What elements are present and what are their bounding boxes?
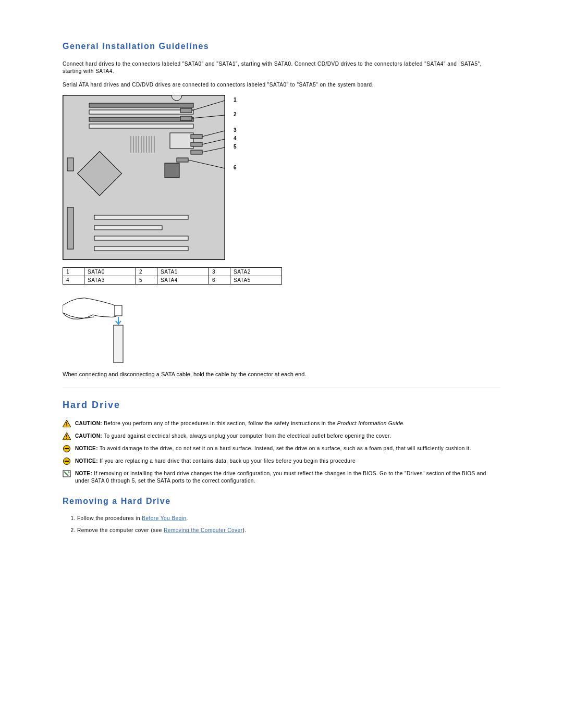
svg-rect-3: [89, 117, 193, 121]
cell-val: SATA5: [230, 276, 282, 285]
cell-num: 2: [136, 268, 157, 276]
cell-val: SATA1: [157, 268, 209, 276]
note-row: NOTE: If removing or installing the hard…: [63, 470, 500, 484]
svg-rect-38: [114, 325, 123, 363]
svg-text:!: !: [66, 434, 67, 440]
figure-motherboard-image: [63, 95, 225, 260]
notice-icon: [63, 445, 71, 452]
cell-val: SATA2: [230, 268, 282, 276]
svg-rect-8: [191, 134, 202, 139]
paragraph-connect-drives: Connect hard drives to the connectors la…: [63, 60, 500, 75]
paragraph-cable-handling: When connecting and disconnecting a SATA…: [63, 371, 500, 378]
paragraph-serial-ata: Serial ATA hard drives and CD/DVD drives…: [63, 81, 500, 89]
svg-rect-2: [89, 110, 193, 114]
svg-rect-7: [180, 116, 192, 120]
link-removing-computer-cover[interactable]: Removing the Computer Cover: [164, 527, 242, 533]
mb-label-6: 6: [234, 165, 237, 170]
caution-row: ! CAUTION: To guard against electrical s…: [63, 433, 500, 440]
svg-rect-13: [165, 163, 179, 178]
cell-num: 6: [209, 276, 230, 285]
cell-num: 5: [136, 276, 157, 285]
svg-text:!: !: [66, 422, 67, 427]
cell-num: 1: [63, 268, 84, 276]
cell-val: SATA0: [84, 268, 136, 276]
notice-text: NOTICE: To avoid damage to the drive, do…: [75, 445, 471, 452]
caution-text: CAUTION: Before you perform any of the p…: [75, 420, 405, 427]
svg-rect-1: [89, 103, 193, 107]
heading-removing-hard-drive: Removing a Hard Drive: [63, 497, 500, 506]
svg-rect-14: [94, 215, 188, 219]
mb-label-1: 1: [234, 97, 237, 103]
sata-connector-table: 1 SATA0 2 SATA1 3 SATA2 4 SATA3 5 SATA4 …: [63, 267, 282, 285]
svg-rect-9: [191, 142, 202, 146]
svg-rect-6: [180, 108, 192, 113]
table-row: 1 SATA0 2 SATA1 3 SATA2: [63, 268, 282, 276]
hand-holding-connector-illustration: [63, 290, 130, 365]
note-icon: [63, 470, 71, 477]
heading-hard-drive: Hard Drive: [63, 400, 500, 411]
caution-icon: !: [63, 420, 71, 427]
list-item: Remove the computer cover (see Removing …: [77, 527, 500, 533]
cell-num: 4: [63, 276, 84, 285]
motherboard-illustration: [63, 95, 225, 260]
table-row: 4 SATA3 5 SATA4 6 SATA5: [63, 276, 282, 285]
section-divider: [63, 388, 500, 388]
svg-rect-16: [94, 236, 188, 240]
caution-row: ! CAUTION: Before you perform any of the…: [63, 420, 500, 427]
cell-num: 3: [209, 268, 230, 276]
caution-icon: !: [63, 433, 71, 440]
mb-label-4: 4: [234, 135, 237, 141]
figure-sata-cable-handling: [63, 290, 130, 365]
svg-rect-29: [67, 158, 74, 171]
svg-rect-5: [170, 133, 193, 149]
list-item: Follow the procedures in Before You Begi…: [77, 515, 500, 521]
figure-motherboard-wrapper: 1 2 3 4 5 6: [63, 95, 235, 260]
svg-rect-15: [94, 226, 162, 230]
note-text: NOTE: If removing or installing the hard…: [75, 470, 500, 484]
svg-rect-4: [89, 124, 193, 128]
link-before-you-begin[interactable]: Before You Begin: [142, 515, 186, 521]
notice-text: NOTICE: If you are replacing a hard driv…: [75, 458, 356, 465]
mb-label-2: 2: [234, 112, 237, 117]
svg-rect-11: [177, 158, 188, 162]
notice-icon: [63, 458, 71, 465]
svg-rect-37: [115, 305, 122, 316]
removal-steps-list: Follow the procedures in Before You Begi…: [63, 515, 500, 533]
cell-val: SATA4: [157, 276, 209, 285]
notice-row: NOTICE: To avoid damage to the drive, do…: [63, 445, 500, 452]
cell-val: SATA3: [84, 276, 136, 285]
svg-rect-10: [191, 150, 202, 154]
heading-general-installation: General Installation Guidelines: [63, 42, 500, 51]
caution-text: CAUTION: To guard against electrical sho…: [75, 433, 391, 440]
svg-rect-28: [67, 207, 74, 249]
mb-label-5: 5: [234, 144, 237, 150]
notice-row: NOTICE: If you are replacing a hard driv…: [63, 458, 500, 465]
svg-rect-17: [94, 246, 188, 251]
mb-label-3: 3: [234, 127, 237, 133]
